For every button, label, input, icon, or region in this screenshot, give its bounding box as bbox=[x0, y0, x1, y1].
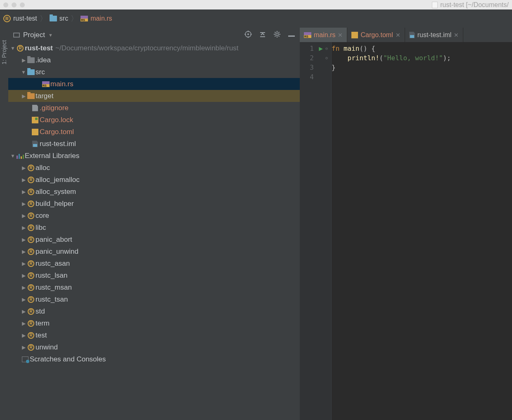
lock-file-icon bbox=[32, 117, 38, 123]
code-text: () { bbox=[359, 45, 375, 52]
collapse-all-icon[interactable] bbox=[259, 31, 266, 39]
tree-library-item[interactable]: ▶Ralloc_jemalloc bbox=[8, 174, 300, 186]
tree-folder-target[interactable]: ▶ target bbox=[8, 90, 300, 102]
project-tool-tab[interactable]: 1: Project bbox=[0, 28, 8, 420]
close-icon[interactable]: ✕ bbox=[396, 32, 401, 38]
window-title: rust-test [~/Documents/ bbox=[432, 1, 509, 9]
tree-library-item[interactable]: ▶Ralloc_system bbox=[8, 186, 300, 198]
tree-library-item[interactable]: ▶Rpanic_unwind bbox=[8, 245, 300, 257]
arrow-down-icon[interactable]: ▼ bbox=[21, 69, 26, 75]
tree-file-main-rs[interactable]: main.rs bbox=[8, 78, 300, 90]
minimize-window-icon[interactable] bbox=[12, 2, 17, 7]
tree-library-item[interactable]: ▶Rcore bbox=[8, 210, 300, 222]
tree-library-item[interactable]: ▶Rterm bbox=[8, 317, 300, 329]
fold-close-icon[interactable]: ⊖ bbox=[325, 53, 331, 63]
rust-crate-icon: R bbox=[28, 332, 34, 339]
arrow-right-icon[interactable]: ▶ bbox=[21, 261, 26, 267]
close-icon[interactable]: ✕ bbox=[454, 32, 459, 38]
rust-crate-icon: R bbox=[28, 189, 34, 195]
editor-tabs: main.rs ✕ Cargo.toml ✕ rust-test.iml ✕ bbox=[300, 28, 512, 42]
tree-library-item[interactable]: ▶Rrustc_tsan bbox=[8, 293, 300, 305]
arrow-right-icon[interactable]: ▶ bbox=[21, 177, 26, 183]
tab-cargo-toml[interactable]: Cargo.toml ✕ bbox=[347, 28, 405, 42]
tree-file-iml[interactable]: rust-test.iml bbox=[8, 138, 300, 150]
arrow-right-icon[interactable]: ▶ bbox=[21, 201, 26, 207]
tree-item-label: alloc_system bbox=[36, 188, 76, 196]
code-area[interactable]: 1 2 3 4 ▶ ⊖ ⊖ fn main() { println!("Hell… bbox=[300, 42, 512, 420]
tree-library-item[interactable]: ▶Rlibc bbox=[8, 222, 300, 234]
code-fn-name: main bbox=[339, 45, 359, 52]
tree-external-libraries[interactable]: ▼ External Libraries bbox=[8, 150, 300, 162]
close-window-icon[interactable] bbox=[3, 2, 8, 7]
breadcrumb-folder[interactable]: src bbox=[59, 15, 68, 22]
tree-scratches[interactable]: Scratches and Consoles bbox=[8, 353, 300, 365]
gear-icon[interactable] bbox=[273, 31, 281, 40]
tree-library-item[interactable]: ▶Runwind bbox=[8, 341, 300, 353]
zoom-window-icon[interactable] bbox=[20, 2, 25, 7]
rust-file-icon bbox=[81, 16, 88, 21]
arrow-down-icon[interactable]: ▼ bbox=[10, 153, 16, 159]
arrow-right-icon[interactable]: ▶ bbox=[21, 237, 26, 243]
arrow-right-icon[interactable]: ▶ bbox=[21, 297, 26, 302]
line-number: 1 bbox=[300, 44, 314, 53]
tree-folder-src[interactable]: ▼ src bbox=[8, 66, 300, 78]
line-number: 4 bbox=[300, 72, 314, 82]
arrow-right-icon[interactable]: ▶ bbox=[21, 285, 26, 290]
arrow-right-icon[interactable]: ▶ bbox=[21, 213, 26, 219]
tree-item-label: panic_abort bbox=[36, 236, 72, 244]
arrow-right-icon[interactable]: ▶ bbox=[21, 57, 26, 63]
rust-crate-icon: R bbox=[28, 165, 34, 171]
tree-root[interactable]: ▼ R rust-test ~/Documents/workspace/cryp… bbox=[8, 42, 300, 54]
rust-crate-icon: R bbox=[28, 344, 34, 351]
rust-crate-icon: R bbox=[28, 272, 34, 279]
chevron-down-icon[interactable]: ▼ bbox=[48, 33, 53, 38]
tree-folder-idea[interactable]: ▶ .idea bbox=[8, 54, 300, 66]
tab-label: rust-test.iml bbox=[417, 31, 452, 39]
arrow-right-icon[interactable]: ▶ bbox=[21, 333, 26, 338]
run-icon[interactable]: ▶ bbox=[316, 44, 325, 53]
arrow-right-icon[interactable]: ▶ bbox=[21, 225, 26, 231]
tree-library-item[interactable]: ▶Ralloc bbox=[8, 162, 300, 174]
breadcrumb-project[interactable]: rust-test bbox=[13, 15, 37, 22]
arrow-right-icon[interactable]: ▶ bbox=[21, 93, 26, 99]
arrow-right-icon[interactable]: ▶ bbox=[21, 321, 26, 326]
breadcrumb-file[interactable]: main.rs bbox=[90, 15, 112, 22]
tree-library-item[interactable]: ▶Rtest bbox=[8, 329, 300, 341]
line-number-gutter: 1 2 3 4 bbox=[300, 42, 316, 420]
tree-file-gitignore[interactable]: .gitignore bbox=[8, 102, 300, 114]
close-icon[interactable]: ✕ bbox=[338, 32, 343, 38]
code-content[interactable]: fn main() { println!("Hello, world!"); } bbox=[331, 42, 512, 420]
tree-item-label: panic_unwind bbox=[36, 248, 78, 256]
arrow-right-icon[interactable]: ▶ bbox=[21, 344, 26, 350]
rust-crate-icon: R bbox=[28, 296, 34, 303]
tree-file-cargo-lock[interactable]: Cargo.lock bbox=[8, 114, 300, 126]
arrow-down-icon[interactable]: ▼ bbox=[10, 45, 16, 51]
tree-library-item[interactable]: ▶Rrustc_lsan bbox=[8, 269, 300, 281]
arrow-right-icon[interactable]: ▶ bbox=[21, 249, 26, 255]
tree-item-label: unwind bbox=[36, 343, 58, 352]
tree-file-cargo-toml[interactable]: Cargo.toml bbox=[8, 126, 300, 138]
project-panel-title[interactable]: Project bbox=[23, 31, 45, 39]
arrow-right-icon[interactable]: ▶ bbox=[21, 309, 26, 314]
fold-open-icon[interactable]: ⊖ bbox=[325, 44, 331, 53]
tree-item-label: Scratches and Consoles bbox=[30, 355, 106, 363]
arrow-right-icon[interactable]: ▶ bbox=[21, 165, 26, 171]
tab-rust-test-iml[interactable]: rust-test.iml ✕ bbox=[405, 28, 464, 42]
tree-item-label: core bbox=[36, 212, 49, 220]
run-gutter: ▶ bbox=[316, 42, 325, 420]
tree-item-label: Cargo.lock bbox=[40, 116, 73, 124]
rust-crate-icon: R bbox=[28, 177, 34, 183]
tree-item-label: src bbox=[36, 68, 45, 76]
tab-label: main.rs bbox=[314, 31, 335, 39]
arrow-right-icon[interactable]: ▶ bbox=[21, 189, 26, 195]
tab-main-rs[interactable]: main.rs ✕ bbox=[300, 28, 347, 42]
tree-library-item[interactable]: ▶Rrustc_asan bbox=[8, 257, 300, 269]
arrow-right-icon[interactable]: ▶ bbox=[21, 273, 26, 278]
tree-library-item[interactable]: ▶Rbuild_helper bbox=[8, 198, 300, 210]
tree-library-item[interactable]: ▶Rrustc_msan bbox=[8, 281, 300, 293]
locate-icon[interactable] bbox=[244, 31, 252, 40]
svg-line-15 bbox=[275, 35, 276, 36]
tree-library-item[interactable]: ▶Rstd bbox=[8, 305, 300, 317]
tree-library-item[interactable]: ▶Rpanic_abort bbox=[8, 234, 300, 245]
hide-panel-icon[interactable] bbox=[288, 31, 295, 39]
